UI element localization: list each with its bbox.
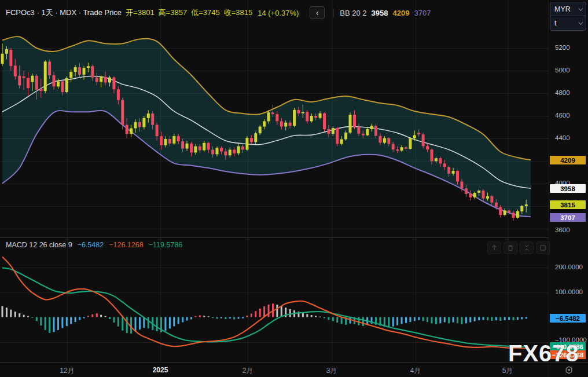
settings-gear-icon [565, 366, 573, 374]
macd-indicator-legend: MACD 12 26 close 9 −6.5482 −126.1268 −11… [6, 241, 182, 249]
macd-line-value: −126.1268 [109, 241, 143, 249]
currency-selector[interactable]: MYR [550, 2, 586, 16]
symbol-title[interactable]: FCPOc3 · 1天 · MDX · Trade Price [6, 8, 122, 18]
price-axis-label: 3958 [550, 184, 586, 193]
time-axis-label: 2月 [230, 366, 265, 376]
price-tick: 4600 [555, 112, 570, 119]
macd-axis-label: −126.1268 [550, 350, 586, 359]
axis-settings-corner[interactable] [549, 362, 588, 377]
maximize-pane-button[interactable] [536, 241, 550, 254]
macd-axis-label: −119.5786 [550, 342, 586, 351]
arrow-up-icon [491, 244, 498, 251]
chevron-down-icon [578, 20, 583, 24]
price-axis-label: 4209 [550, 156, 586, 164]
price-tick: 4800 [555, 89, 570, 96]
macd-histogram-value: −6.5482 [78, 241, 104, 249]
time-axis-label: 3月 [314, 366, 349, 376]
macd-axis-label: −6.5482 [550, 314, 586, 323]
close-value: 收=3815 [224, 8, 253, 18]
bb-indicator-legend: BB 20 2 3958 4209 3707 [333, 9, 431, 17]
currency-value: MYR [554, 5, 571, 13]
bb-label[interactable]: BB 20 2 [340, 9, 366, 17]
price-axis[interactable]: 5200500048004600440040003600200.0000100.… [549, 0, 588, 362]
price-tick: 4400 [555, 134, 570, 141]
bb-lower-value: 3707 [414, 9, 431, 17]
time-axis-label: 5月 [490, 366, 525, 376]
price-tick: 3600 [555, 226, 570, 233]
currency-unit-selectors: MYR t [550, 2, 586, 31]
price-axis-label: 3815 [550, 200, 586, 209]
price-tick: 5000 [555, 67, 570, 74]
time-axis-label: 4月 [398, 366, 433, 376]
price-axis-label: 3707 [550, 213, 586, 222]
bb-upper-value: 4209 [393, 9, 410, 17]
macd-label[interactable]: MACD 12 26 close 9 [6, 241, 72, 249]
back-button[interactable]: ‹ [310, 6, 325, 19]
high-value: 高=3857 [159, 8, 188, 18]
time-axis-label: 2025 [143, 366, 178, 374]
unit-value: t [554, 19, 556, 27]
collapse-icon [523, 244, 530, 251]
macd-tick: 100.0000 [555, 288, 583, 295]
collapse-pane-button[interactable] [520, 241, 534, 254]
chevron-down-icon [578, 6, 583, 10]
time-axis-label: 12月 [50, 366, 84, 376]
delete-pane-button[interactable] [504, 241, 517, 254]
price-tick: 5200 [555, 44, 570, 51]
symbol-legend: FCPOc3 · 1天 · MDX · Trade Price 开=3801 高… [6, 6, 431, 19]
macd-tick: 200.0000 [555, 263, 583, 270]
time-axis[interactable]: 12月20252月3月4月5月 [0, 362, 549, 377]
chart-window: FCPOc3 · 1天 · MDX · Trade Price 开=3801 高… [0, 0, 588, 377]
move-pane-up-button[interactable] [487, 241, 501, 254]
macd-signal-value: −119.5786 [149, 241, 183, 249]
trash-icon [507, 244, 514, 251]
pane-controls [487, 241, 550, 254]
low-value: 低=3745 [191, 8, 220, 18]
unit-selector[interactable]: t [550, 16, 586, 30]
open-value: 开=3801 [126, 8, 155, 18]
price-chart-canvas[interactable] [0, 0, 549, 362]
bb-basis-value: 3958 [372, 9, 388, 17]
maximize-icon [539, 244, 546, 251]
change-value: 14 (+0.37%) [258, 9, 299, 17]
